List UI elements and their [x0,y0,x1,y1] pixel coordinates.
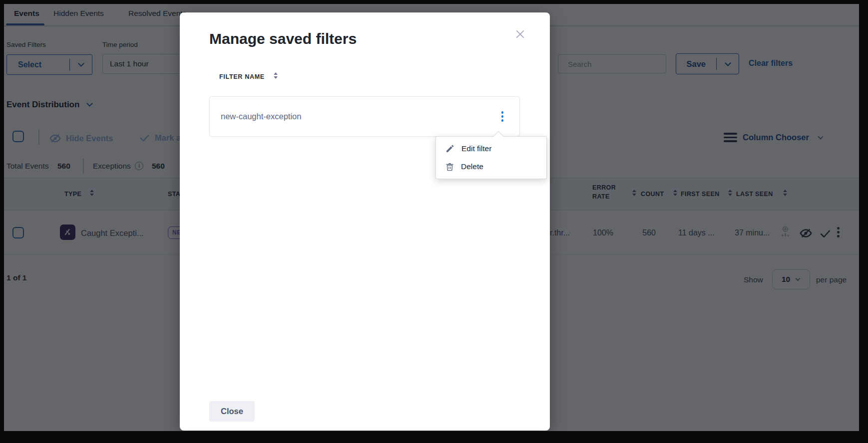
app-window: Events Hidden Events Resolved Events Sav… [4,4,859,431]
screenshot-frame: Events Hidden Events Resolved Events Sav… [0,0,868,443]
manage-saved-filters-modal: Manage saved filters FILTER NAME new-cau… [180,12,550,431]
saved-filter-row: new-caught-exception [209,96,520,137]
menu-item-edit-filter[interactable]: Edit filter [436,140,546,158]
edit-filter-label: Edit filter [461,144,491,153]
menu-item-delete[interactable]: Delete [436,158,546,176]
filter-kebab-menu-icon[interactable] [501,111,504,122]
saved-filter-name: new-caught-exception [210,112,501,121]
modal-title: Manage saved filters [209,30,357,47]
delete-label: Delete [461,162,483,171]
filter-actions-menu: Edit filter Delete [435,136,547,179]
close-icon [514,28,526,40]
sort-icon[interactable] [274,72,278,79]
pencil-icon [445,144,455,154]
trash-icon [445,162,454,172]
modal-close-x-button[interactable] [511,25,528,42]
modal-close-button[interactable]: Close [209,401,255,422]
filter-name-column-header[interactable]: FILTER NAME [219,73,265,80]
